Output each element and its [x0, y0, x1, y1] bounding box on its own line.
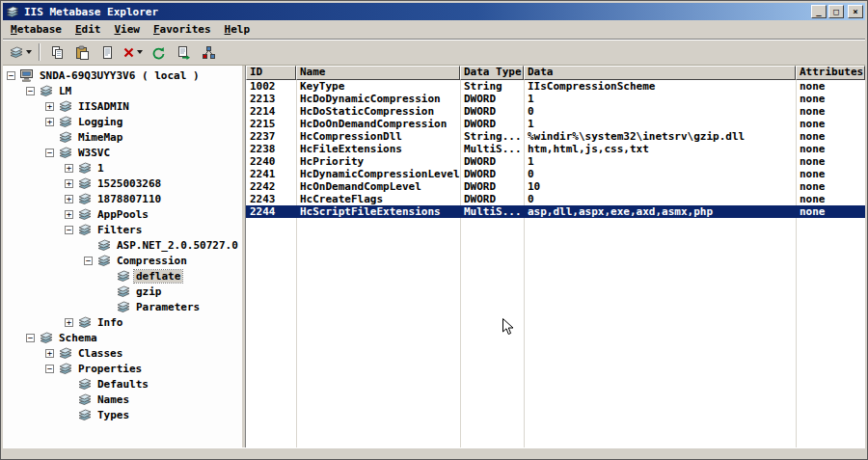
delete-button[interactable]	[120, 41, 146, 63]
collapse-icon[interactable]: −	[7, 71, 15, 80]
cell-id: 2244	[246, 205, 296, 218]
column-header-id[interactable]: ID	[246, 66, 296, 80]
export-button[interactable]	[171, 41, 196, 63]
tree-node-label: Info	[95, 316, 125, 329]
app-window: IIS Metabase Explorer _ □ × MetabaseEdit…	[0, 0, 868, 460]
menu-view[interactable]: View	[107, 21, 147, 38]
cell-data: IIsCompressionScheme	[524, 80, 796, 93]
tree-node-properties[interactable]: −Properties	[3, 361, 242, 376]
cell-name: KeyType	[296, 80, 460, 93]
column-header-data[interactable]: Data	[524, 66, 796, 80]
minimize-button[interactable]: _	[811, 5, 827, 18]
keys-icon	[58, 99, 73, 113]
collapse-icon[interactable]: −	[84, 257, 93, 265]
paste-button[interactable]	[69, 41, 95, 63]
dropdown-arrow-icon	[137, 50, 143, 54]
cell-data: 1	[524, 118, 796, 130]
column-header-name[interactable]: Name	[296, 66, 460, 80]
table-row-1002[interactable]: 1002KeyTypeStringIIsCompressionSchemenon…	[246, 80, 865, 93]
table-row-2214[interactable]: 2214HcDoStaticCompressionDWORD0none	[246, 105, 865, 118]
table-row-2238[interactable]: 2238HcFileExtensionsMultiS...htm,html,js…	[246, 143, 865, 155]
tree-node-w3svc[interactable]: −W3SVC	[3, 145, 242, 160]
tree-node-1525003268[interactable]: +1525003268	[3, 176, 242, 191]
expand-icon[interactable]: +	[65, 318, 73, 327]
cell-name: HcDoOnDemandCompression	[296, 118, 460, 130]
tree-node-label: Names	[95, 393, 131, 406]
menu-favorites[interactable]: Favorites	[147, 21, 218, 38]
expand-icon[interactable]: +	[45, 349, 54, 358]
cell-attributes: none	[796, 118, 865, 130]
cell-data-type: DWORD	[460, 168, 524, 180]
menu-help[interactable]: Help	[218, 21, 258, 38]
title-bar[interactable]: IIS Metabase Explorer _ □ ×	[3, 3, 865, 20]
collapse-icon[interactable]: −	[45, 149, 54, 157]
tree-node-parameters[interactable]: Parameters	[3, 299, 242, 314]
expand-icon[interactable]: +	[65, 195, 73, 203]
tree-node-defaults[interactable]: Defaults	[3, 376, 242, 392]
tree-node-lm[interactable]: −LM	[3, 83, 242, 98]
column-header-data-type[interactable]: Data Type	[460, 66, 524, 80]
table-row-2237[interactable]: 2237HcCompressionDllString...%windir%\sy…	[246, 130, 865, 143]
tree-node-info[interactable]: +Info	[3, 314, 242, 330]
menu-bar: MetabaseEditViewFavoritesHelp	[3, 20, 865, 40]
tree-node-compression[interactable]: −Compression	[3, 253, 242, 268]
tree-node-schema[interactable]: −Schema	[3, 330, 242, 345]
maximize-button[interactable]: □	[828, 5, 844, 18]
connect-button[interactable]	[196, 41, 221, 63]
tree-node-classes[interactable]: +Classes	[3, 345, 242, 361]
tree-node-iisadmin[interactable]: +IISADMIN	[3, 98, 242, 114]
table-row-2243[interactable]: 2243HcCreateFlagsDWORD0none	[246, 193, 865, 205]
table-row-2240[interactable]: 2240HcPriorityDWORD1none	[246, 155, 865, 168]
tree-node-label: 1878807110	[95, 193, 163, 205]
tree-node-apppools[interactable]: +AppPools	[3, 206, 242, 222]
table-row-2215[interactable]: 2215HcDoOnDemandCompressionDWORD1none	[246, 118, 865, 130]
properties-button[interactable]	[95, 41, 120, 63]
copy-button[interactable]	[44, 41, 69, 63]
table-row-2213[interactable]: 2213HcDoDynamicCompressionDWORD1none	[246, 93, 865, 105]
tree-node-deflate[interactable]: deflate	[3, 268, 242, 284]
new-key-button[interactable]	[6, 41, 35, 63]
tree-node-1878807110[interactable]: +1878807110	[3, 191, 242, 206]
close-button[interactable]: ×	[848, 5, 863, 18]
refresh-button[interactable]	[146, 41, 171, 63]
tree-node-1[interactable]: +1	[3, 160, 242, 176]
tree-node-label: Compression	[115, 255, 189, 267]
tree-node-names[interactable]: Names	[3, 392, 242, 407]
cell-attributes: none	[796, 143, 865, 155]
table-row-2241[interactable]: 2241HcDynamicCompressionLevelDWORD0none	[246, 168, 865, 180]
collapse-icon[interactable]: −	[65, 226, 73, 234]
keys-icon	[96, 254, 112, 267]
column-header-attributes[interactable]: Attributes	[796, 66, 865, 80]
cell-attributes: none	[796, 155, 865, 168]
tree-node-snda-69q3uyy3v6-local[interactable]: −SNDA-69Q3UYY3V6 ( local )	[3, 68, 242, 83]
tree-node-types[interactable]: Types	[3, 407, 242, 422]
keys-icon	[116, 269, 131, 283]
cell-data: 1	[524, 93, 796, 105]
keys-icon	[58, 130, 73, 144]
tree-node-asp-net-2-0-50727-0[interactable]: ASP.NET_2.0.50727.0	[3, 237, 242, 253]
collapse-icon[interactable]: −	[26, 87, 35, 95]
table-row-2244[interactable]: 2244HcScriptFileExtensionsMultiS...asp,d…	[246, 205, 865, 218]
tree-node-gzip[interactable]: gzip	[3, 284, 242, 299]
menu-edit[interactable]: Edit	[68, 21, 108, 38]
tree-node-mimemap[interactable]: MimeMap	[3, 129, 242, 145]
collapse-icon[interactable]: −	[45, 365, 54, 373]
cell-name: HcCreateFlags	[296, 193, 460, 205]
expand-icon[interactable]: +	[45, 102, 54, 111]
expand-icon[interactable]: +	[65, 179, 73, 188]
table-row-2242[interactable]: 2242HcOnDemandCompLevelDWORD10none	[246, 180, 865, 193]
tree-node-label: Filters	[95, 224, 144, 236]
expand-icon[interactable]: +	[65, 164, 73, 173]
cell-id: 2215	[246, 118, 296, 130]
tree-node-filters[interactable]: −Filters	[3, 222, 242, 237]
cell-data-type: MultiS...	[460, 143, 524, 155]
cell-attributes: none	[796, 168, 865, 180]
tree-node-logging[interactable]: +Logging	[3, 114, 242, 129]
collapse-icon[interactable]: −	[26, 334, 35, 342]
expand-icon[interactable]: +	[65, 210, 73, 219]
tree-node-label: ASP.NET_2.0.50727.0	[115, 239, 240, 252]
menu-metabase[interactable]: Metabase	[4, 21, 68, 38]
cell-name: HcCompressionDll	[296, 130, 460, 143]
cell-id: 2242	[246, 180, 296, 193]
expand-icon[interactable]: +	[45, 118, 54, 126]
